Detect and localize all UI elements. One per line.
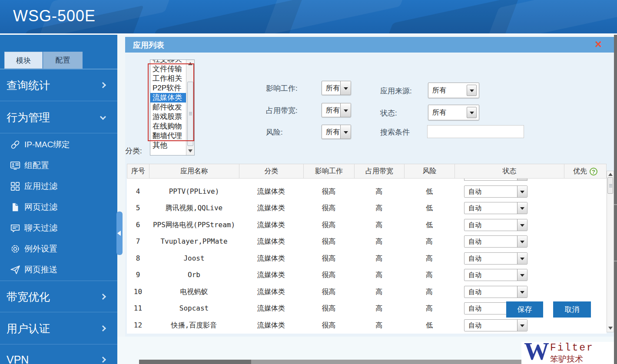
sidebar-item-app-filter[interactable]: 应用过滤 — [0, 176, 117, 197]
sidebar-item-label: VPN — [7, 354, 29, 364]
status-select[interactable]: 自动 — [464, 269, 527, 281]
send-icon — [10, 264, 21, 275]
cell-category: 流媒体类 — [239, 183, 303, 200]
search-input[interactable] — [427, 125, 524, 138]
dropdown-arrow-button[interactable] — [467, 107, 477, 118]
status-select[interactable]: 自动 — [464, 286, 527, 298]
sidebar-item-vpn[interactable]: VPN — [0, 345, 117, 364]
cell-no: 9 — [127, 266, 149, 283]
sidebar-item-user-auth[interactable]: 用户认证 — [0, 313, 117, 344]
scroll-down-icon[interactable] — [188, 149, 192, 152]
dropdown-arrow-button[interactable] — [517, 202, 527, 214]
cell-impact: 很高 — [303, 250, 354, 267]
save-button[interactable]: 保存 — [506, 301, 543, 318]
table-header: 序号 应用名称 分类 影响工作 占用带宽 风险 状态 优先? — [127, 164, 607, 179]
col-header-impact: 影响工作 — [304, 164, 355, 178]
sidebar-item-bandwidth-opt[interactable]: 带宽优化 — [0, 281, 117, 312]
dialog-title: 应用列表 — [133, 40, 164, 50]
sidebar-item-web-push[interactable]: 网页推送 — [0, 259, 117, 280]
sidebar-collapse-handle[interactable] — [116, 212, 123, 255]
close-icon[interactable]: × — [595, 38, 602, 51]
col-header-bandwidth: 占用带宽 — [355, 164, 405, 178]
dropdown-arrow-button[interactable] — [517, 269, 527, 281]
app-title: WSG-500E — [13, 7, 96, 25]
cell-risk: 低 — [404, 216, 454, 233]
cell-impact: 很高 — [303, 283, 354, 300]
select-value: 自动 — [468, 288, 481, 296]
caret-down-icon — [344, 131, 348, 133]
tab-module[interactable]: 模块 — [4, 52, 43, 69]
cell-app-name: 电视蚂蚁 — [149, 283, 239, 300]
caret-down-icon — [520, 191, 524, 193]
page-scrollbar-strip[interactable] — [614, 35, 617, 364]
table-scrollbar[interactable] — [607, 171, 614, 332]
source-filter-label: 应用来源: — [380, 86, 412, 96]
link-icon — [10, 139, 21, 150]
thumb-grip — [609, 187, 612, 187]
help-icon[interactable]: ? — [590, 168, 597, 175]
sidebar-item-label: 应用过滤 — [24, 181, 57, 192]
sidebar-item-behavior-mgmt[interactable]: 行为管理 — [0, 102, 117, 133]
risk-filter-select[interactable]: 所有 — [322, 125, 351, 139]
cancel-button[interactable]: 取消 — [553, 301, 591, 318]
scroll-up-icon[interactable] — [608, 173, 613, 176]
tab-config[interactable]: 配置 — [43, 52, 83, 69]
cell-bandwidth: 高 — [354, 250, 404, 267]
dropdown-arrow-button[interactable] — [517, 286, 527, 298]
sidebar-item-ip-mac-binding[interactable]: IP-MAC绑定 — [0, 134, 117, 155]
cell-bandwidth: 高 — [354, 283, 404, 300]
dropdown-arrow-button[interactable] — [517, 236, 527, 247]
scroll-down-icon[interactable] — [608, 327, 613, 330]
impact-filter-select[interactable]: 所有 — [322, 81, 351, 95]
scrollbar-thumb[interactable] — [607, 177, 613, 194]
status-select[interactable]: 自动 — [464, 202, 527, 214]
sidebar-item-exception-settings[interactable]: 例外设置 — [0, 238, 117, 259]
dropdown-arrow-button[interactable] — [517, 320, 527, 331]
select-value: 自动 — [468, 255, 481, 263]
caret-down-icon — [470, 89, 474, 92]
status-select[interactable]: 自动 — [464, 235, 527, 248]
cell-category: 流媒体类 — [239, 266, 303, 283]
dropdown-arrow-button[interactable] — [517, 186, 527, 197]
strip-mark — [614, 261, 617, 261]
cell-bandwidth: 高 — [354, 183, 404, 200]
status-select[interactable]: 自动 — [464, 252, 527, 265]
bandwidth-filter-select[interactable]: 所有 — [322, 103, 351, 117]
dropdown-arrow-button[interactable] — [340, 125, 351, 139]
cell-impact: 很高 — [303, 199, 354, 216]
thumb-grip — [609, 184, 612, 185]
status-select[interactable]: 自动 — [464, 185, 527, 198]
status-select[interactable]: 自动 — [464, 319, 527, 331]
tab-module-label: 模块 — [16, 56, 31, 65]
col-header-category: 分类 — [239, 164, 304, 178]
cell-bandwidth: 高 — [354, 199, 404, 216]
dropdown-arrow-button[interactable] — [467, 85, 477, 96]
source-filter-select[interactable]: 所有 — [428, 83, 479, 98]
dropdown-arrow-button[interactable] — [340, 81, 351, 95]
cell-risk: 高 — [404, 250, 454, 267]
table-row: 6 PPS网络电视(PPStream) 流媒体类 很高 高 低 自动 — [127, 216, 607, 233]
dropdown-arrow-button[interactable] — [517, 253, 527, 264]
wfilter-logo-letter: W — [524, 337, 549, 364]
sidebar-item-group-config[interactable]: 组配置 — [0, 155, 117, 176]
table-row: 4 PPTV(PPLive) 流媒体类 很高 高 低 自动 — [127, 183, 607, 200]
horizontal-scrollbar-thumb[interactable] — [139, 360, 251, 364]
dropdown-arrow-button[interactable] — [340, 103, 351, 117]
col-header-risk: 风险 — [405, 164, 455, 178]
col-header-status: 状态 — [455, 164, 564, 178]
select-value: 自动 — [468, 238, 481, 246]
cell-category: 流媒体类 — [239, 199, 303, 216]
status-filter-label: 状态: — [380, 108, 397, 118]
sidebar-item-chat-filter[interactable]: 聊天过滤 — [0, 218, 117, 238]
sidebar-item-web-filter[interactable]: 网页过滤 — [0, 197, 117, 218]
dropdown-arrow-button[interactable] — [517, 219, 527, 231]
status-filter-select[interactable]: 所有 — [428, 105, 479, 120]
select-value: 所有 — [326, 83, 340, 93]
screen: WSG-500E 模块 配置 查询统计 行为管理 IP-MAC绑定 组配置 应用… — [0, 0, 617, 364]
page-icon — [10, 202, 21, 213]
status-select[interactable]: 自动 — [464, 219, 527, 231]
sidebar-item-query-stats[interactable]: 查询统计 — [0, 69, 117, 101]
cell-impact: 很高 — [303, 266, 354, 283]
category-option[interactable]: 其他 — [150, 141, 186, 150]
cell-app-name: PPS网络电视(PPStream) — [149, 216, 239, 233]
